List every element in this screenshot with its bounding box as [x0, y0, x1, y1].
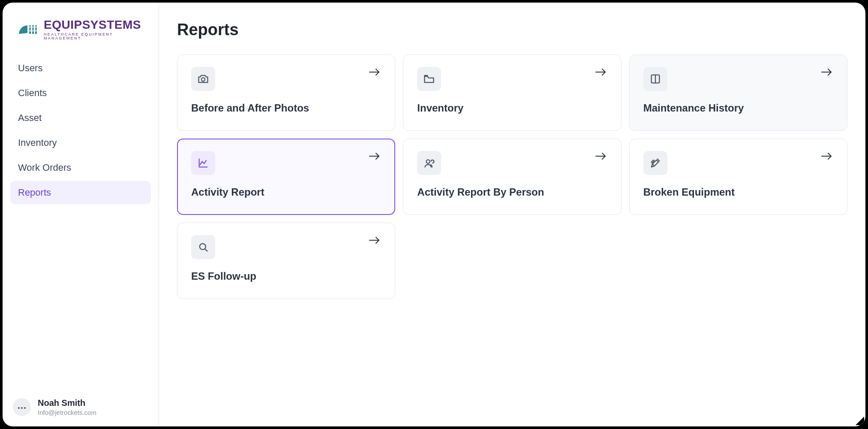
chart-line-icon	[191, 151, 215, 175]
sidebar-nav: Users Clients Asset Inventory Work Order…	[10, 57, 151, 204]
sidebar-item-clients[interactable]: Clients	[10, 82, 151, 105]
user-block: Noah Smith Info@jetrockets.com	[38, 398, 96, 416]
sidebar: EQUIPSYSTEMS HEALTHCARE EQUIPMENT MANAGE…	[3, 3, 159, 426]
svg-line-19	[205, 249, 207, 251]
report-card-activity-report[interactable]: Activity Report	[177, 139, 395, 215]
report-card-inventory[interactable]: Inventory	[403, 54, 621, 131]
arrow-right-icon	[368, 235, 381, 247]
user-name: Noah Smith	[38, 398, 96, 408]
app-frame: EQUIPSYSTEMS HEALTHCARE EQUIPMENT MANAGE…	[3, 3, 865, 426]
report-card-activity-by-person[interactable]: Activity Report By Person	[403, 139, 621, 215]
arrow-right-icon	[820, 151, 833, 163]
logo: EQUIPSYSTEMS HEALTHCARE EQUIPMENT MANAGE…	[10, 10, 151, 48]
svg-rect-4	[27, 30, 38, 32]
sidebar-item-users[interactable]: Users	[10, 57, 151, 80]
report-title: Maintenance History	[643, 102, 833, 114]
arrow-right-icon	[368, 151, 381, 163]
resize-handle-icon[interactable]	[856, 417, 864, 425]
report-title: Activity Report	[191, 186, 381, 198]
logo-name: EQUIPSYSTEMS	[44, 19, 143, 31]
report-card-maintenance-history[interactable]: Maintenance History	[629, 54, 847, 131]
sidebar-item-reports[interactable]: Reports	[10, 181, 151, 204]
more-menu-button[interactable]	[13, 398, 31, 416]
svg-point-5	[18, 407, 20, 409]
svg-point-8	[201, 78, 205, 81]
report-card-broken-equipment[interactable]: Broken Equipment	[629, 139, 847, 215]
more-icon	[18, 403, 26, 411]
page-title: Reports	[177, 21, 847, 39]
arrow-right-icon	[595, 151, 607, 163]
logo-tagline: HEALTHCARE EQUIPMENT MANAGEMENT	[44, 33, 143, 40]
tools-icon	[643, 151, 667, 175]
svg-point-7	[24, 407, 26, 409]
arrow-right-icon	[368, 67, 381, 79]
main-content: Reports Before and After Photos	[159, 3, 865, 426]
svg-rect-3	[27, 26, 38, 28]
search-icon	[191, 235, 215, 259]
svg-point-6	[21, 407, 23, 409]
report-title: Before and After Photos	[191, 102, 381, 114]
report-title: Inventory	[417, 102, 607, 114]
arrow-right-icon	[820, 67, 833, 79]
report-title: ES Follow-up	[191, 270, 381, 282]
user-email: Info@jetrockets.com	[38, 409, 96, 416]
sidebar-item-work-orders[interactable]: Work Orders	[10, 156, 151, 179]
columns-icon	[643, 67, 667, 91]
report-card-before-after[interactable]: Before and After Photos	[177, 54, 395, 131]
logo-mark-icon	[18, 21, 39, 38]
report-title: Activity Report By Person	[417, 186, 607, 198]
users-icon	[417, 151, 441, 175]
report-card-es-followup[interactable]: ES Follow-up	[177, 223, 395, 299]
folder-icon	[417, 67, 441, 91]
sidebar-item-inventory[interactable]: Inventory	[10, 131, 151, 154]
svg-point-15	[426, 160, 430, 163]
report-title: Broken Equipment	[643, 186, 833, 198]
sidebar-footer: Noah Smith Info@jetrockets.com	[10, 395, 151, 418]
sidebar-item-asset[interactable]: Asset	[10, 106, 151, 130]
arrow-right-icon	[595, 67, 607, 79]
camera-icon	[191, 67, 215, 91]
report-grid: Before and After Photos Inventory	[177, 54, 847, 299]
